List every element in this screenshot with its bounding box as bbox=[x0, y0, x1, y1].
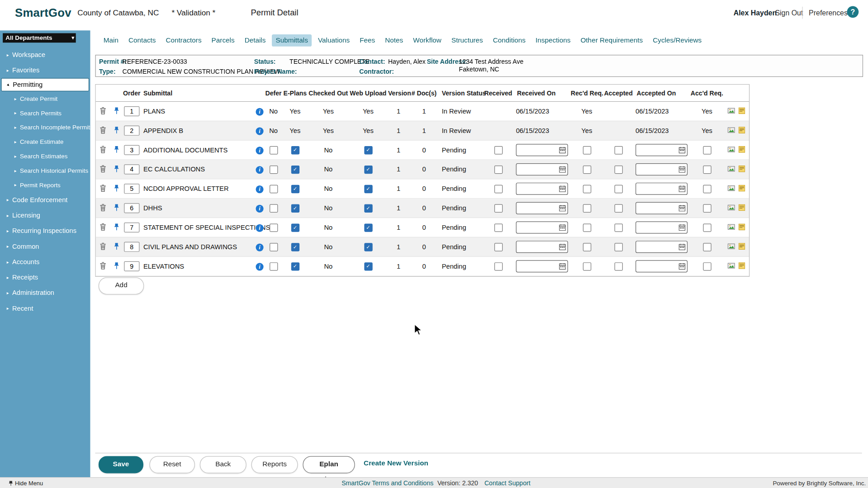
accd-req-checkbox[interactable] bbox=[703, 204, 711, 212]
eplans-checkbox[interactable]: ✓ bbox=[291, 262, 299, 270]
web-upload-checkbox[interactable]: ✓ bbox=[364, 204, 372, 212]
departments-dropdown[interactable]: All Departments ▾ bbox=[3, 33, 76, 43]
calendar-icon[interactable] bbox=[559, 185, 567, 192]
accepted-checkbox[interactable] bbox=[614, 262, 622, 270]
note-icon[interactable] bbox=[739, 127, 745, 133]
pin-icon[interactable] bbox=[113, 165, 119, 172]
tab-notes[interactable]: Notes bbox=[381, 34, 407, 47]
sign-out-link[interactable]: Sign Out bbox=[775, 9, 803, 17]
sidebar-item-receipts[interactable]: ▸Receipts bbox=[0, 270, 90, 285]
accepted-on-input[interactable] bbox=[636, 260, 688, 272]
trash-icon[interactable] bbox=[100, 126, 106, 133]
tab-conditions[interactable]: Conditions bbox=[489, 34, 529, 47]
order-input[interactable] bbox=[124, 164, 139, 174]
help-icon[interactable]: ? bbox=[847, 6, 859, 18]
received-on-field[interactable] bbox=[517, 205, 559, 212]
accepted-on-field[interactable] bbox=[636, 147, 678, 153]
defer-checkbox[interactable] bbox=[269, 166, 277, 174]
tab-other-requirements[interactable]: Other Requirements bbox=[577, 34, 647, 47]
tab-contacts[interactable]: Contacts bbox=[124, 34, 160, 47]
accd-req-checkbox[interactable] bbox=[703, 262, 711, 270]
received-checkbox[interactable] bbox=[494, 262, 502, 270]
received-on-input[interactable] bbox=[516, 163, 568, 175]
info-icon[interactable]: i bbox=[256, 263, 263, 270]
sidebar-item-search-historical-permits[interactable]: ▸Search Historical Permits bbox=[0, 163, 90, 178]
pin-icon[interactable] bbox=[113, 261, 119, 269]
accepted-on-field[interactable] bbox=[636, 205, 678, 212]
tab-fees[interactable]: Fees bbox=[356, 34, 379, 47]
recd-req-checkbox[interactable] bbox=[583, 243, 591, 251]
pin-icon[interactable] bbox=[113, 184, 119, 192]
info-icon[interactable]: i bbox=[256, 147, 263, 154]
sidebar-item-favorites[interactable]: ▸Favorites bbox=[0, 62, 90, 78]
calendar-icon[interactable] bbox=[679, 185, 687, 192]
info-icon[interactable]: i bbox=[256, 243, 263, 251]
note-icon[interactable] bbox=[739, 185, 745, 191]
accepted-on-input[interactable] bbox=[636, 144, 688, 156]
web-upload-checkbox[interactable]: ✓ bbox=[364, 166, 372, 174]
pin-icon[interactable] bbox=[113, 242, 119, 250]
order-input[interactable] bbox=[124, 261, 139, 271]
info-icon[interactable]: i bbox=[256, 185, 263, 193]
trash-icon[interactable] bbox=[100, 242, 106, 250]
note-icon[interactable] bbox=[739, 262, 745, 269]
received-checkbox[interactable] bbox=[494, 146, 502, 154]
pin-icon[interactable] bbox=[113, 126, 119, 133]
eplans-checkbox[interactable]: ✓ bbox=[291, 146, 299, 154]
eplan-documents-icon[interactable] bbox=[727, 107, 735, 114]
info-icon[interactable]: i bbox=[256, 127, 263, 135]
received-on-field[interactable] bbox=[517, 166, 559, 173]
received-on-field[interactable] bbox=[517, 224, 559, 231]
defer-checkbox[interactable] bbox=[269, 223, 277, 232]
eplans-checkbox[interactable]: ✓ bbox=[291, 204, 299, 212]
pin-icon[interactable] bbox=[113, 204, 119, 211]
accepted-on-input[interactable] bbox=[636, 163, 688, 175]
eplan-documents-icon[interactable] bbox=[727, 146, 735, 152]
accd-req-checkbox[interactable] bbox=[703, 185, 711, 193]
recd-req-checkbox[interactable] bbox=[583, 146, 591, 154]
eplans-checkbox[interactable]: ✓ bbox=[291, 243, 299, 251]
sidebar-item-create-estimate[interactable]: ▸Create Estimate bbox=[0, 134, 90, 149]
sidebar-item-administration[interactable]: ▸Administration bbox=[0, 285, 90, 300]
tab-parcels[interactable]: Parcels bbox=[208, 34, 238, 47]
accepted-on-field[interactable] bbox=[636, 166, 678, 173]
calendar-icon[interactable] bbox=[559, 224, 567, 231]
sidebar-item-permit-reports[interactable]: ▸Permit Reports bbox=[0, 178, 90, 192]
accepted-checkbox[interactable] bbox=[614, 166, 622, 174]
trash-icon[interactable] bbox=[100, 184, 106, 192]
trash-icon[interactable] bbox=[100, 145, 106, 153]
calendar-icon[interactable] bbox=[559, 205, 567, 212]
web-upload-checkbox[interactable]: ✓ bbox=[364, 243, 372, 251]
accd-req-checkbox[interactable] bbox=[703, 146, 711, 154]
sidebar-item-recurring-inspections[interactable]: ▸Recurring Inspections bbox=[0, 223, 90, 238]
calendar-icon[interactable] bbox=[679, 224, 687, 231]
received-on-input[interactable] bbox=[516, 144, 568, 156]
sidebar-item-search-permits[interactable]: ▸Search Permits bbox=[0, 106, 90, 120]
order-input[interactable] bbox=[124, 106, 139, 116]
order-input[interactable] bbox=[124, 184, 139, 194]
eplans-checkbox[interactable]: ✓ bbox=[291, 185, 299, 193]
app-logo[interactable]: SmartGov bbox=[15, 6, 71, 19]
accepted-on-field[interactable] bbox=[636, 244, 678, 251]
received-on-field[interactable] bbox=[517, 244, 559, 251]
pin-icon[interactable] bbox=[113, 223, 119, 231]
recd-req-checkbox[interactable] bbox=[583, 185, 591, 193]
pin-icon[interactable] bbox=[113, 107, 119, 114]
calendar-icon[interactable] bbox=[559, 263, 567, 270]
calendar-icon[interactable] bbox=[679, 263, 687, 270]
trash-icon[interactable] bbox=[100, 261, 106, 269]
eplan-documents-icon[interactable] bbox=[727, 165, 735, 172]
pin-icon[interactable] bbox=[113, 145, 119, 153]
sidebar-item-search-incomplete-permits[interactable]: ▸Search Incomplete Permits bbox=[0, 120, 90, 135]
web-upload-checkbox[interactable]: ✓ bbox=[364, 185, 372, 193]
sidebar-item-licensing[interactable]: ▸Licensing bbox=[0, 208, 90, 223]
eplans-checkbox[interactable]: ✓ bbox=[291, 223, 299, 232]
sidebar-item-search-estimates[interactable]: ▸Search Estimates bbox=[0, 149, 90, 163]
accepted-checkbox[interactable] bbox=[614, 185, 622, 193]
received-on-field[interactable] bbox=[517, 147, 559, 153]
tab-details[interactable]: Details bbox=[241, 34, 270, 47]
calendar-icon[interactable] bbox=[559, 147, 567, 153]
eplans-checkbox[interactable]: ✓ bbox=[291, 166, 299, 174]
trash-icon[interactable] bbox=[100, 107, 106, 114]
tab-inspections[interactable]: Inspections bbox=[531, 34, 574, 47]
